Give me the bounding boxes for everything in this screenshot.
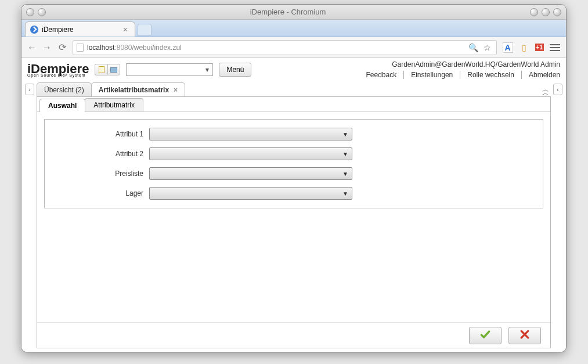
browser-tabbar: iDempiere × [21,20,566,37]
tab-close-button[interactable]: × [121,25,130,34]
os-pin-button[interactable] [38,8,46,16]
os-minimize-button[interactable] [530,8,538,16]
link-logout[interactable]: Abmelden [522,71,560,79]
header-links: Feedback Einstellungen Rolle wechseln Ab… [359,71,560,79]
content-panel: Auswahl Attributmatrix Attribut 1 ▼ [37,96,551,348]
bookmark-star-icon[interactable]: ☆ [482,42,493,53]
open-folder-button[interactable] [107,64,120,75]
main-menu-button[interactable]: Menü [219,63,251,77]
tab-overview[interactable]: Übersicht (2) [37,82,92,96]
os-close-button[interactable] [553,8,561,16]
favicon-icon [30,26,38,34]
new-record-buttons [95,64,120,75]
check-icon [479,329,491,342]
workspace: › Übersicht (2) Artikelattributsmatrix ×… [21,80,566,352]
cancel-button[interactable] [508,327,541,344]
new-tab-button[interactable] [138,24,151,35]
window-tabs: Übersicht (2) Artikelattributsmatrix × [37,81,551,96]
link-feedback[interactable]: Feedback [359,71,404,79]
forward-button[interactable]: → [42,43,52,52]
url-host: localhost:8080/webui/index.zul [87,44,182,52]
selection-form: Attribut 1 ▼ Attribut 2 ▼ [44,119,543,208]
row-pricelist: Preisliste ▼ [45,167,543,180]
new-doc-button[interactable] [95,64,107,75]
google-plus-icon[interactable]: +1 [535,44,544,51]
user-context: GardenAdmin@GardenWorld.HQ/GardenWorld A… [359,60,560,69]
browser-tab-title: iDempiere [42,26,74,34]
os-window-title: iDempiere - Chromium [49,8,526,16]
app-root: iDempiere Open Source ERP System ▾ Menü … [21,58,566,352]
sub-tabs: Auswahl Attributmatrix [37,97,550,112]
ok-button[interactable] [469,327,502,344]
back-button[interactable]: ← [27,43,37,52]
main-panel: Übersicht (2) Artikelattributsmatrix × A… [37,81,551,348]
row-attr2: Attribut 2 ▼ [45,147,543,160]
device-icon[interactable]: ▯ [519,42,529,53]
page-icon [77,44,84,52]
subtab-matrix[interactable]: Attributmatrix [85,98,143,111]
tab-close-icon[interactable]: × [174,86,178,94]
label-warehouse: Lager [45,189,149,197]
header-right: GardenAdmin@GardenWorld.HQ/GardenWorld A… [359,60,560,79]
tab-matrix-label: Artikelattributsmatrix [99,86,169,94]
chevron-down-icon: ▼ [342,131,348,138]
link-switch-role[interactable]: Rolle wechseln [460,71,522,79]
address-bar[interactable]: localhost:8080/webui/index.zul 🔍 ☆ [73,40,497,55]
browser-toolbar: ← → ⟳ localhost:8080/webui/index.zul 🔍 ☆… [21,37,566,58]
expand-left-panel-button[interactable]: › [25,84,34,95]
folder-icon [110,67,117,73]
chevron-down-icon: ▼ [342,171,348,177]
tab-overview-label: Übersicht (2) [44,86,84,94]
translate-icon[interactable]: A [503,42,513,53]
collapse-up-button[interactable] [540,86,551,96]
label-attr2: Attribut 2 [45,150,149,158]
link-settings[interactable]: Einstellungen [404,71,460,79]
label-attr1: Attribut 1 [45,130,149,138]
os-window: iDempiere - Chromium iDempiere × ← → ⟳ l… [21,4,567,352]
reload-button[interactable]: ⟳ [57,43,67,52]
label-pricelist: Preisliste [45,170,149,178]
select-attr2[interactable]: ▼ [149,147,352,160]
brand-logo: iDempiere Open Source ERP System [27,63,89,77]
os-titlebar: iDempiere - Chromium [21,5,566,20]
quick-search-input[interactable]: ▾ [126,63,213,76]
row-attr1: Attribut 1 ▼ [45,128,543,140]
chevron-down-icon: ▼ [342,151,348,157]
confirm-bar [37,322,550,348]
subtab-selection[interactable]: Auswahl [39,99,85,112]
zoom-icon[interactable]: 🔍 [468,42,479,53]
app-header: iDempiere Open Source ERP System ▾ Menü … [21,58,566,80]
expand-right-panel-button[interactable]: ‹ [553,84,562,95]
select-warehouse[interactable]: ▼ [149,187,352,200]
cross-icon [519,329,531,342]
chevron-down-icon: ▼ [342,190,348,197]
browser-menu-button[interactable] [550,44,560,51]
row-warehouse: Lager ▼ [45,187,543,200]
os-maximize-button[interactable] [542,8,550,16]
select-pricelist[interactable]: ▼ [149,167,352,180]
os-menu-button[interactable] [26,8,34,16]
tab-article-attribute-matrix[interactable]: Artikelattributsmatrix × [91,82,185,96]
browser-tab[interactable]: iDempiere × [25,21,135,37]
select-attr1[interactable]: ▼ [149,128,352,140]
chevron-down-icon: ▾ [202,66,212,74]
brand-subtext: Open Source ERP System [27,73,89,77]
document-icon [99,66,104,73]
